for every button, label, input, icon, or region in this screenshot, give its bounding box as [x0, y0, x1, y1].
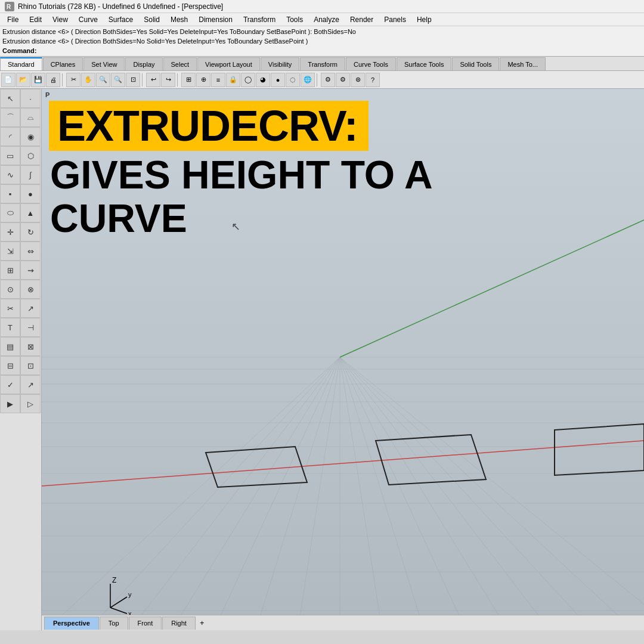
- viewport-tab-perspective[interactable]: Perspective: [44, 617, 99, 630]
- cut-icon[interactable]: ✂: [66, 73, 80, 87]
- box-tool[interactable]: ▪: [0, 184, 20, 203]
- hatch-tool[interactable]: ▤: [0, 337, 20, 356]
- command-prompt[interactable]: Command:: [2, 46, 642, 55]
- analyze-tool[interactable]: ↗: [20, 375, 41, 394]
- clipping-tool[interactable]: ⊠: [20, 337, 41, 356]
- menu-file[interactable]: File: [2, 14, 23, 25]
- scale-tool[interactable]: ⇲: [0, 242, 20, 261]
- menu-bar: FileEditViewCurveSurfaceSolidMeshDimensi…: [0, 13, 644, 26]
- viewport-label: P: [45, 91, 49, 98]
- rect-tool[interactable]: ▭: [0, 146, 20, 165]
- zoom-in-icon[interactable]: 🔍: [96, 73, 110, 87]
- menu-mesh[interactable]: Mesh: [166, 14, 193, 25]
- grid-icon[interactable]: ⊞: [181, 73, 196, 87]
- new-icon[interactable]: 📄: [1, 73, 16, 87]
- spline-tool[interactable]: ∫: [20, 165, 41, 184]
- menu-surface[interactable]: Surface: [104, 14, 138, 25]
- layer-icon[interactable]: ≡: [211, 73, 225, 87]
- cone-tool[interactable]: ▲: [20, 203, 41, 222]
- toolbar-tab-transform[interactable]: Transform: [300, 57, 345, 70]
- render-tool[interactable]: ▶: [0, 394, 20, 413]
- freeform-tool[interactable]: ∿: [0, 165, 20, 184]
- command-input[interactable]: [36, 47, 84, 54]
- select-tool[interactable]: ↖: [0, 89, 20, 108]
- toolbar-tab-visibility[interactable]: Visibility: [261, 57, 300, 70]
- toolbar-tab-display[interactable]: Display: [125, 57, 162, 70]
- layout-tool[interactable]: ⊟: [0, 356, 20, 375]
- redo-icon[interactable]: ↪: [161, 73, 175, 87]
- toolbar-tab-select[interactable]: Select: [163, 57, 197, 70]
- move-tool[interactable]: ✛: [0, 222, 20, 242]
- undo-icon[interactable]: ↩: [146, 73, 160, 87]
- annotation-title: EXTRUDECRV:: [57, 102, 358, 150]
- toolbar-tab-set-view[interactable]: Set View: [83, 57, 125, 70]
- toolbar-tab-mesh-to...[interactable]: Mesh To...: [500, 57, 546, 70]
- mirror-tool[interactable]: ⇔: [20, 242, 41, 261]
- toolbar-tab-viewport-layout[interactable]: Viewport Layout: [197, 57, 260, 70]
- cylinder-tool[interactable]: ⬭: [0, 203, 20, 222]
- arc-tool[interactable]: ◜: [0, 127, 20, 146]
- ellipse-tool[interactable]: ◉: [20, 127, 41, 146]
- menu-solid[interactable]: Solid: [139, 14, 165, 25]
- toolbar-tabs: StandardCPlanesSet ViewDisplaySelectView…: [0, 57, 644, 71]
- render-icon[interactable]: 🌐: [301, 73, 315, 87]
- material-icon[interactable]: ◕: [256, 73, 270, 87]
- dim-tool[interactable]: ⊣: [20, 318, 41, 337]
- command-label: Command:: [2, 46, 36, 55]
- trim-tool[interactable]: ✂: [0, 299, 20, 318]
- polygon-tool[interactable]: ⬡: [20, 146, 41, 165]
- zoom-out-icon[interactable]: 🔍: [111, 73, 125, 87]
- preview-tool[interactable]: ▷: [20, 394, 41, 413]
- menu-edit[interactable]: Edit: [24, 14, 47, 25]
- circle-icon[interactable]: ◯: [241, 73, 255, 87]
- wire-icon[interactable]: ◌: [286, 73, 300, 87]
- curve-tool[interactable]: ⌒: [0, 108, 20, 127]
- menu-curve[interactable]: Curve: [74, 14, 103, 25]
- array-tool[interactable]: ⊞: [0, 261, 20, 280]
- menu-transform[interactable]: Transform: [239, 14, 280, 25]
- rotate-tool[interactable]: ↻: [20, 222, 41, 242]
- sphere-solid-tool[interactable]: ●: [20, 184, 41, 203]
- menu-view[interactable]: View: [48, 14, 73, 25]
- toolbar-tab-curve-tools[interactable]: Curve Tools: [346, 57, 396, 70]
- blob-tool[interactable]: ⊗: [20, 280, 41, 299]
- point-tool[interactable]: ·: [20, 89, 41, 108]
- check-tool[interactable]: ✓: [0, 375, 20, 394]
- menu-panels[interactable]: Panels: [379, 14, 411, 25]
- sphere-icon[interactable]: ●: [271, 73, 285, 87]
- command-line-1: Extrusion distance <6> ( Direction BothS…: [2, 27, 642, 36]
- detail-tool[interactable]: ⊡: [20, 356, 41, 375]
- tools-icon[interactable]: ⚙: [321, 73, 335, 87]
- menu-analyze[interactable]: Analyze: [309, 14, 344, 25]
- text-tool[interactable]: T: [0, 318, 20, 337]
- pan-icon[interactable]: ✋: [81, 73, 95, 87]
- viewport-tab-front[interactable]: Front: [129, 617, 162, 630]
- viewport-tab-right[interactable]: Right: [162, 617, 196, 630]
- extend-tool[interactable]: ↗: [20, 299, 41, 318]
- menu-render[interactable]: Render: [345, 14, 378, 25]
- open-icon[interactable]: 📂: [16, 73, 30, 87]
- lock-icon[interactable]: 🔒: [226, 73, 240, 87]
- dot-tool[interactable]: ⊙: [0, 280, 20, 299]
- toolbar-tab-cplanes[interactable]: CPlanes: [43, 57, 83, 70]
- toolbar-tab-standard[interactable]: Standard: [0, 57, 42, 70]
- separator-3: [177, 73, 179, 86]
- zoom-fit-icon[interactable]: ⊡: [126, 73, 140, 87]
- curve-tool-2[interactable]: ⌓: [20, 108, 41, 127]
- print-icon[interactable]: 🖨: [46, 73, 60, 87]
- menu-help[interactable]: Help: [412, 14, 436, 25]
- toolbar-strip: 📄 📂 💾 🖨 ✂ ✋ 🔍 🔍 ⊡ ↩ ↪ ⊞ ⊕ ≡ 🔒 ◯ ◕ ● ◌ 🌐 …: [0, 71, 644, 89]
- save-icon[interactable]: 💾: [31, 73, 45, 87]
- toolbar-tab-solid-tools[interactable]: Solid Tools: [452, 57, 499, 70]
- viewport-tab-top[interactable]: Top: [100, 617, 128, 630]
- help-icon[interactable]: ?: [366, 73, 380, 87]
- viewport-area[interactable]: Z y x P EXTRUDECRV: GIVES HEIGHT TO ACUR…: [42, 89, 644, 630]
- flow-tool[interactable]: ⇝: [20, 261, 41, 280]
- settings-icon[interactable]: ⚙: [336, 73, 350, 87]
- misc-icon[interactable]: ⊛: [351, 73, 365, 87]
- menu-tools[interactable]: Tools: [281, 14, 308, 25]
- menu-dimension[interactable]: Dimension: [194, 14, 237, 25]
- viewport-tab-add[interactable]: +: [196, 617, 208, 628]
- toolbar-tab-surface-tools[interactable]: Surface Tools: [397, 57, 451, 70]
- snap-icon[interactable]: ⊕: [196, 73, 210, 87]
